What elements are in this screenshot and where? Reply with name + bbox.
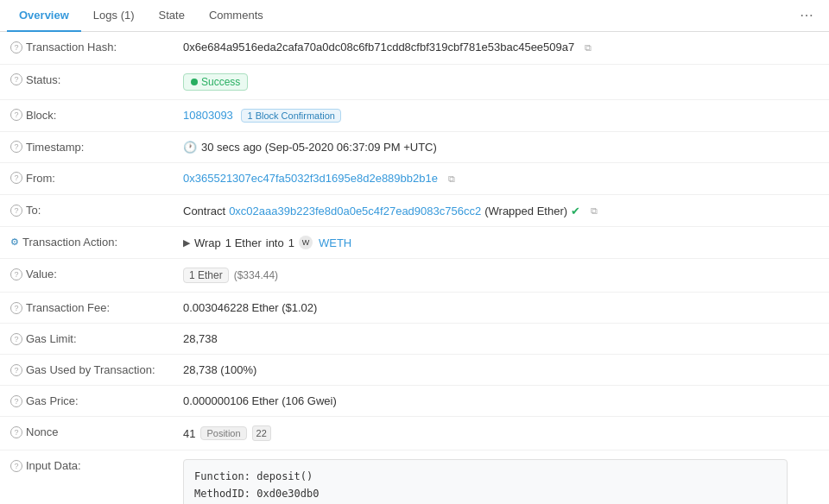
action-amount: 1 Ether xyxy=(225,236,262,249)
transaction-fee-value: 0.003046228 Ether ($1.02) xyxy=(183,301,317,314)
block-row: ? Block: 10803093 1 Block Confirmation xyxy=(0,99,829,131)
timestamp-value: 30 secs ago (Sep-05-2020 06:37:09 PM +UT… xyxy=(201,141,437,154)
action-token-amount: 1 xyxy=(288,236,294,249)
weth-token-icon: W xyxy=(299,236,313,249)
from-row: ? From: 0x365521307ec47fa5032f3d1695e8d2… xyxy=(0,162,829,195)
help-icon-hash: ? xyxy=(10,41,22,54)
status-dot xyxy=(191,79,198,85)
timestamp-row: ? Timestamp: 🕐 30 secs ago (Sep-05-2020 … xyxy=(0,131,829,162)
action-arrow-icon: ▶ xyxy=(183,237,190,249)
input-data-label: Input Data: xyxy=(26,459,81,472)
gas-limit-label: Gas Limit: xyxy=(26,332,77,345)
help-icon-fee: ? xyxy=(10,302,22,314)
transaction-fee-row: ? Transaction Fee: 0.003046228 Ether ($1… xyxy=(0,293,829,324)
help-icon-input-data: ? xyxy=(10,460,22,472)
action-icon: ⚙ xyxy=(10,236,19,248)
transaction-action-label: Transaction Action: xyxy=(22,236,117,249)
copy-contract-button[interactable]: ⧉ xyxy=(587,204,601,217)
weth-token-link[interactable]: WETH xyxy=(319,236,351,249)
usd-value: ($334.44) xyxy=(234,269,278,281)
verified-icon: ✔ xyxy=(571,205,580,217)
clock-icon: 🕐 xyxy=(183,141,197,154)
from-label: From: xyxy=(26,172,55,185)
contract-name: (Wrapped Ether) xyxy=(484,205,567,217)
input-data-box: Function: deposit() MethodID: 0xd0e30db0… xyxy=(183,459,788,504)
status-row: ? Status: Success xyxy=(0,64,829,99)
from-address-link[interactable]: 0x365521307ec47fa5032f3d1695e8d2e889bb2b… xyxy=(183,172,438,185)
ether-value-badge: 1 Ether xyxy=(183,268,229,283)
help-icon-to: ? xyxy=(10,205,22,217)
transaction-fee-label: Transaction Fee: xyxy=(26,301,110,314)
help-icon-timestamp: ? xyxy=(10,141,22,153)
transaction-action-row: ⚙ Transaction Action: ▶ Wrap 1 Ether int… xyxy=(0,227,829,259)
gas-limit-value: 28,738 xyxy=(183,332,218,345)
tab-comments[interactable]: Comments xyxy=(197,0,275,32)
help-icon-status: ? xyxy=(10,73,22,85)
status-label: Status: xyxy=(26,73,60,86)
nonce-row: ? Nonce 41 Position 22 xyxy=(0,417,829,450)
gas-price-value: 0.000000106 Ether (106 Gwei) xyxy=(183,394,337,407)
help-icon-gas-used: ? xyxy=(10,364,22,376)
tab-bar: Overview Logs (1) State Comments ⋯ xyxy=(0,0,829,32)
to-label: To: xyxy=(26,204,41,217)
input-data-line1: Function: deposit() xyxy=(194,470,776,482)
transaction-details-table: ? Transaction Hash: 0x6e684a9516eda2cafa… xyxy=(0,32,829,504)
block-label: Block: xyxy=(26,109,56,122)
copy-from-button[interactable]: ⧉ xyxy=(445,172,459,186)
more-options-button[interactable]: ⋯ xyxy=(791,0,822,31)
nonce-label: Nonce xyxy=(26,425,59,438)
gas-price-label: Gas Price: xyxy=(26,394,79,407)
to-row: ? To: Contract 0xc02aaa39b223fe8d0a0e5c4… xyxy=(0,195,829,227)
contract-address-link[interactable]: 0xc02aaa39b223fe8d0a0e5c4f27ead9083c756c… xyxy=(229,205,481,217)
help-icon-from: ? xyxy=(10,172,22,184)
help-icon-gas-price: ? xyxy=(10,395,22,407)
transaction-hash-row: ? Transaction Hash: 0x6e684a9516eda2cafa… xyxy=(0,32,829,64)
copy-hash-button[interactable]: ⧉ xyxy=(581,41,595,55)
value-label: Value: xyxy=(26,268,57,280)
value-row: ? Value: 1 Ether ($334.44) xyxy=(0,259,829,293)
transaction-hash-label: Transaction Hash: xyxy=(26,41,117,54)
block-confirmation-badge: 1 Block Confirmation xyxy=(241,109,341,123)
status-value: Success xyxy=(201,76,240,88)
input-data-row: ? Input Data: Function: deposit() Method… xyxy=(0,450,829,505)
transaction-hash-value: 0x6e684a9516eda2cafa70a0dc08c6fb71cdd8cf… xyxy=(183,41,574,54)
action-direction: into xyxy=(266,236,284,249)
help-icon-block: ? xyxy=(10,109,22,121)
input-data-line2: MethodID: 0xd0e30db0 xyxy=(194,488,776,500)
tab-state[interactable]: State xyxy=(147,0,197,32)
gas-used-row: ? Gas Used by Transaction: 28,738 (100%) xyxy=(0,355,829,386)
action-verb: Wrap xyxy=(194,236,221,249)
gas-limit-row: ? Gas Limit: 28,738 xyxy=(0,324,829,355)
block-number-link[interactable]: 10803093 xyxy=(183,109,233,122)
gas-used-value: 28,738 (100%) xyxy=(183,363,256,376)
help-icon-value: ? xyxy=(10,268,22,280)
tab-overview[interactable]: Overview xyxy=(7,0,81,32)
status-badge: Success xyxy=(183,73,248,91)
position-label-badge: Position xyxy=(200,426,246,440)
nonce-value: 41 xyxy=(183,427,195,440)
timestamp-label: Timestamp: xyxy=(26,141,84,154)
gas-price-row: ? Gas Price: 0.000000106 Ether (106 Gwei… xyxy=(0,386,829,417)
tab-logs[interactable]: Logs (1) xyxy=(81,0,147,32)
contract-prefix: Contract xyxy=(183,205,225,217)
help-icon-nonce: ? xyxy=(10,426,22,438)
position-number: 22 xyxy=(252,425,271,441)
help-icon-gas-limit: ? xyxy=(10,333,22,345)
gas-used-label: Gas Used by Transaction: xyxy=(26,363,155,376)
